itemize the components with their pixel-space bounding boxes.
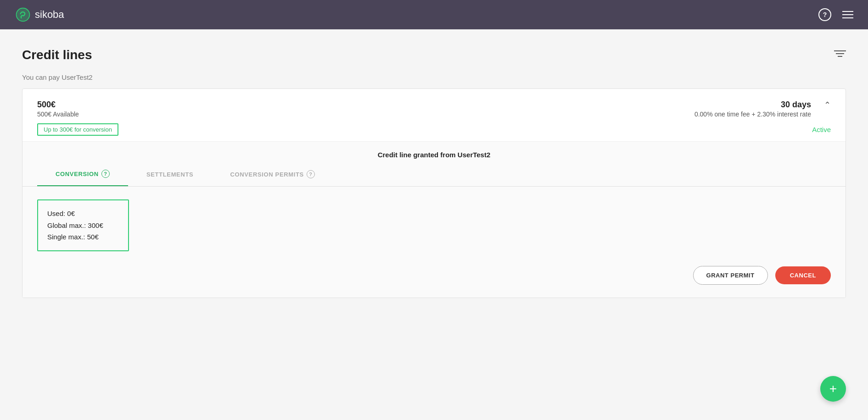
credit-fee-info: 0.00% one time fee + 2.30% interest rate xyxy=(694,111,811,118)
card-actions: GRANT PERMIT CANCEL xyxy=(22,266,846,298)
card-header-right: 30 days 0.00% one time fee + 2.30% inter… xyxy=(694,100,831,118)
tab-content-conversion: Used: 0€ Global max.: 300€ Single max.: … xyxy=(22,187,846,266)
badge-row: Up to 300€ for conversion Active xyxy=(22,123,846,141)
collapse-icon[interactable]: ⌃ xyxy=(824,100,831,110)
tab-settlements[interactable]: SETTLEMENTS xyxy=(128,164,212,185)
conversion-info-box: Used: 0€ Global max.: 300€ Single max.: … xyxy=(37,199,129,251)
logo: sikoba xyxy=(15,6,64,23)
credit-days: 30 days xyxy=(694,100,811,110)
active-status: Active xyxy=(812,126,831,133)
grant-permit-button[interactable]: GRANT PERMIT xyxy=(693,266,768,285)
filter-icon[interactable] xyxy=(834,49,846,61)
tabs-row: CONVERSION ? SETTLEMENTS CONVERSION PERM… xyxy=(22,162,846,187)
page-title-row: Credit lines xyxy=(22,48,846,62)
single-max: Single max.: 50€ xyxy=(47,231,119,243)
card-header: 500€ 500€ Available 30 days 0.00% one ti… xyxy=(22,89,846,123)
conversion-permits-help-icon[interactable]: ? xyxy=(307,170,315,178)
credit-amount: 500€ xyxy=(37,100,79,110)
header-actions: ? xyxy=(818,8,853,21)
help-button[interactable]: ? xyxy=(818,8,831,21)
app-header: sikoba ? xyxy=(0,0,868,29)
tab-conversion-permits[interactable]: CONVERSION PERMITS ? xyxy=(212,163,333,186)
page-title: Credit lines xyxy=(22,48,92,62)
conversion-help-icon[interactable]: ? xyxy=(101,170,110,178)
main-content: Credit lines You can pay UserTest2 500€ … xyxy=(0,29,868,327)
tab-conversion[interactable]: CONVERSION ? xyxy=(37,162,128,186)
subtitle: You can pay UserTest2 xyxy=(22,73,846,81)
credit-line-card: 500€ 500€ Available 30 days 0.00% one ti… xyxy=(22,88,846,298)
card-body: Credit line granted from UserTest2 CONVE… xyxy=(22,141,846,298)
menu-button[interactable] xyxy=(842,11,853,18)
sikoba-logo-icon xyxy=(15,6,31,23)
credit-available: 500€ Available xyxy=(37,111,79,118)
card-header-left: 500€ 500€ Available xyxy=(37,100,79,118)
conversion-badge[interactable]: Up to 300€ for conversion xyxy=(37,123,118,136)
cancel-button[interactable]: CANCEL xyxy=(775,266,831,284)
global-max: Global max.: 300€ xyxy=(47,220,119,232)
logo-text: sikoba xyxy=(35,9,64,21)
granted-title: Credit line granted from UserTest2 xyxy=(22,142,846,159)
used-amount: Used: 0€ xyxy=(47,208,119,220)
add-fab-button[interactable]: + xyxy=(820,376,846,402)
